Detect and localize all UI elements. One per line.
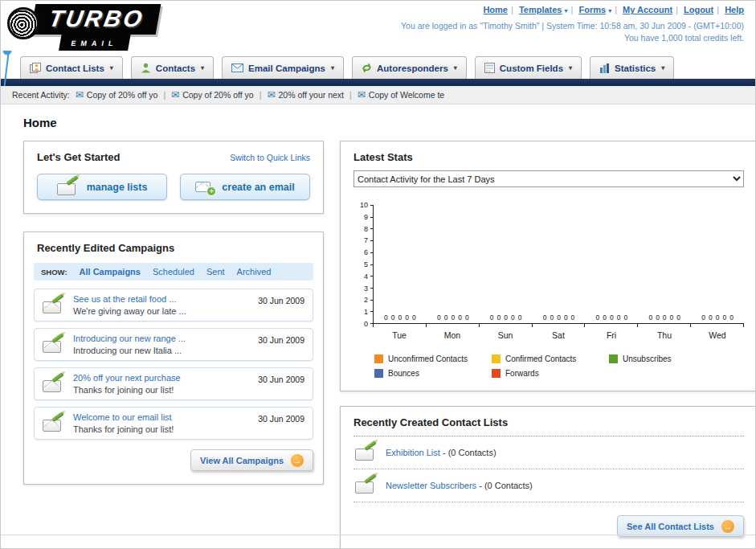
campaign-item[interactable]: Introducing our new range ... Introducin… <box>34 328 313 361</box>
recent-activity-item[interactable]: ✉Copy of 20% off yo <box>76 90 158 100</box>
activity-separator: | <box>259 90 262 100</box>
navy-divider-bar <box>1 79 755 86</box>
campaign-subtitle: Thanks for joining our list! <box>73 385 250 395</box>
chevron-down-icon: ▾ <box>608 7 611 14</box>
nav-separator: | <box>571 5 574 14</box>
contact-lists-title: Recently Created Contact Lists <box>353 416 744 436</box>
nav-separator: | <box>511 5 513 14</box>
tab-email-campaigns[interactable]: Email Campaigns ▾ <box>222 56 344 79</box>
main-content: Home Let's Get Started Switch to Quick L… <box>1 104 755 549</box>
nav-separator: | <box>615 5 617 14</box>
pencil-paper-icon <box>57 178 80 196</box>
stats-period-select[interactable]: Contact Activity for the Last 7 Days <box>353 170 744 187</box>
tab-label: Autoresponders <box>377 64 448 73</box>
contacts-icon <box>141 63 151 73</box>
chevron-down-icon: ▾ <box>201 64 204 72</box>
pencil-paper-icon <box>355 477 378 494</box>
chart-plot: 00000000000000000000000000000000000 <box>373 205 744 324</box>
envelope-icon: ✉ <box>76 90 84 100</box>
top-nav: Home| Templates ▾| Forms ▾| My Account| … <box>401 5 744 14</box>
campaign-item[interactable]: 20% off your next purchase Thanks for jo… <box>34 367 313 400</box>
footer-divider <box>1 535 755 535</box>
recent-activity-item[interactable]: ✉Copy of Welcome te <box>358 90 444 100</box>
tab-statistics[interactable]: Statistics ▾ <box>590 56 674 79</box>
statistics-icon <box>599 63 610 73</box>
campaign-filter-bar: SHOW: All Campaigns Scheduled Sent Archi… <box>34 263 313 281</box>
envelope-pencil-icon <box>43 375 65 393</box>
chart-x-ticks <box>373 324 744 327</box>
nav-home[interactable]: Home <box>483 5 508 14</box>
contact-lists-icon <box>30 63 41 73</box>
tab-autoresponders[interactable]: Autoresponders ▾ <box>352 56 467 79</box>
tab-label: Contact Lists <box>46 64 104 73</box>
nav-templates[interactable]: Templates <box>519 5 562 14</box>
campaign-title-link[interactable]: Welcome to our email list <box>73 412 250 422</box>
nav-help[interactable]: Help <box>725 5 744 14</box>
contact-list-item[interactable]: Exhibition List - (0 Contacts) <box>353 436 744 469</box>
campaign-subtitle: We're giving away our late ... <box>73 306 250 316</box>
activity-separator: | <box>163 90 166 100</box>
contact-list-item[interactable]: Newsletter Subscribers - (0 Contacts) <box>353 469 744 502</box>
campaign-subtitle: Thanks for joining our list! <box>73 424 250 434</box>
get-started-title: Let's Get Started <box>37 151 121 163</box>
tab-contacts[interactable]: Contacts ▾ <box>131 56 214 79</box>
email-campaigns-icon <box>231 64 243 72</box>
contact-list-link[interactable]: Newsletter Subscribers <box>386 481 476 490</box>
filter-all-campaigns[interactable]: All Campaigns <box>80 267 141 277</box>
campaign-title-link[interactable]: See us at the retail food ... <box>73 294 250 304</box>
envelope-icon: ✉ <box>358 90 366 100</box>
recent-activity-item[interactable]: ✉Copy of 20% off yo <box>171 90 254 100</box>
recent-activity-label: Recent Activity: <box>12 90 70 100</box>
envelope-pencil-icon <box>43 336 65 354</box>
envelope-plus-icon: + <box>195 181 215 194</box>
tab-label: Statistics <box>615 64 656 73</box>
envelope-pencil-icon <box>43 415 65 432</box>
logo[interactable]: TURBO EMAIL <box>7 4 158 51</box>
nav-separator: | <box>676 5 678 14</box>
recent-campaigns-panel: Recently Edited Campaigns SHOW: All Camp… <box>23 231 324 485</box>
manage-lists-button[interactable]: manage lists <box>37 174 167 200</box>
campaign-item[interactable]: Welcome to our email list Thanks for joi… <box>34 407 313 440</box>
activity-separator: | <box>349 90 352 100</box>
switch-quick-links-link[interactable]: Switch to Quick Links <box>230 153 310 162</box>
recent-activity-text: Copy of Welcome te <box>369 90 444 100</box>
create-email-button[interactable]: + create an email <box>180 174 310 200</box>
nav-logout[interactable]: Logout <box>684 5 713 14</box>
filter-scheduled[interactable]: Scheduled <box>153 267 194 277</box>
page-title: Home <box>23 116 733 129</box>
create-email-label: create an email <box>222 182 294 193</box>
see-all-contact-lists-button[interactable]: See All Contact Lists → <box>617 515 744 537</box>
chevron-down-icon: ▾ <box>331 64 334 72</box>
nav-my-account[interactable]: My Account <box>623 5 672 14</box>
chevron-down-icon: ▾ <box>661 64 664 72</box>
custom-fields-icon <box>484 63 495 73</box>
campaign-title-link[interactable]: Introducing our new range ... <box>73 334 250 343</box>
chevron-down-icon: ▾ <box>454 64 457 72</box>
arrow-right-icon: → <box>721 520 734 533</box>
recent-activity-item[interactable]: ✉20% off your next <box>267 90 344 100</box>
tab-label: Contacts <box>156 64 195 73</box>
filter-sent[interactable]: Sent <box>206 267 225 277</box>
tab-contact-lists[interactable]: Contact Lists ▾ <box>20 56 123 79</box>
filter-archived[interactable]: Archived <box>237 267 272 277</box>
chevron-down-icon: ▾ <box>569 64 572 72</box>
latest-stats-panel: Latest Stats Contact Activity for the La… <box>340 141 756 391</box>
arrow-right-icon: → <box>291 454 304 467</box>
campaign-date: 30 Jun 2009 <box>258 414 304 424</box>
recent-activity-text: 20% off your next <box>279 90 345 100</box>
credits-status: You have 1,000 total credits left. <box>401 33 744 43</box>
campaign-date: 30 Jun 2009 <box>258 296 304 305</box>
chart-value-groups: 00000000000000000000000000000000000 <box>374 313 744 322</box>
view-all-campaigns-button[interactable]: View All Campaigns → <box>190 449 313 471</box>
recent-contact-lists-panel: Recently Created Contact Lists Exhibitio… <box>340 406 756 549</box>
page: TURBO EMAIL Home| Templates ▾| Forms ▾| … <box>0 0 756 549</box>
recent-activity-text: Copy of 20% off yo <box>87 90 158 100</box>
chart-legend: Unconfirmed ContactsConfirmed ContactsUn… <box>374 354 744 378</box>
campaign-item[interactable]: See us at the retail food ... We're givi… <box>34 289 313 322</box>
campaign-title-link[interactable]: 20% off your next purchase <box>73 373 250 383</box>
contact-list-count: - (0 Contacts) <box>443 448 497 457</box>
nav-forms[interactable]: Forms <box>578 5 606 14</box>
campaign-date: 30 Jun 2009 <box>258 335 304 345</box>
tab-custom-fields[interactable]: Custom Fields ▾ <box>475 56 582 79</box>
contact-list-link[interactable]: Exhibition List <box>386 448 440 457</box>
